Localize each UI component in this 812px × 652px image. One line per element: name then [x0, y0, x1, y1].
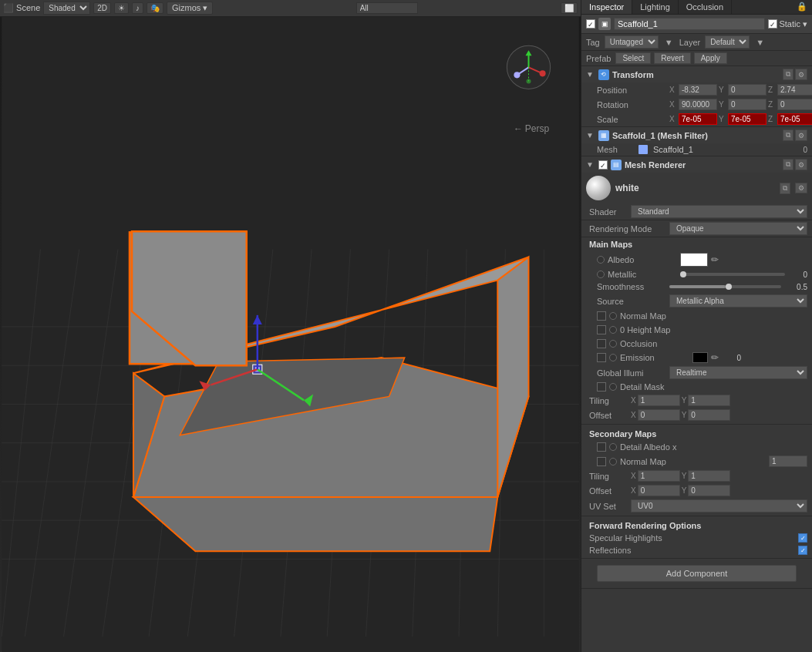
rotation-z[interactable]: [777, 99, 812, 110]
transform-collapse[interactable]: ▼: [586, 70, 594, 79]
position-x[interactable]: [679, 84, 717, 96]
shader-row: Shader Standard: [581, 203, 812, 220]
detail-albedo-row: Detail Albedo x: [581, 440, 812, 454]
occlusion-circle: [609, 340, 617, 348]
mesh-renderer-collapse[interactable]: ▼: [586, 160, 594, 169]
mesh-renderer-gear[interactable]: ⚙: [795, 159, 807, 170]
mesh-renderer-header[interactable]: ▼ ▤ Mesh Renderer ⧉ ⚙: [581, 156, 812, 173]
transform-buttons: ⧉ ⚙: [783, 69, 807, 80]
occlusion-check[interactable]: [597, 339, 606, 348]
normal-map2-check[interactable]: [597, 457, 606, 466]
detail-mask-check[interactable]: [597, 382, 606, 392]
maximize-button[interactable]: ⬜: [561, 2, 578, 14]
transform-component: ▼ ⟲ Transform ⧉ ⚙ Position X Y: [581, 66, 812, 127]
scale-x[interactable]: [679, 113, 717, 125]
tiling2-y[interactable]: [688, 470, 730, 482]
emission-picker[interactable]: ✏: [711, 352, 719, 363]
mesh-filter-gear[interactable]: ⚙: [795, 129, 807, 141]
emission-check[interactable]: [597, 353, 606, 362]
search-input[interactable]: [356, 2, 418, 14]
offset-x[interactable]: [638, 409, 680, 421]
mesh-renderer-copy[interactable]: ⧉: [783, 159, 793, 170]
inspector-panel: Inspector Lighting Occlusion 🔒 ▣ Static …: [581, 0, 812, 652]
emission-swatch[interactable]: [692, 352, 708, 363]
layer-select[interactable]: Default: [705, 35, 750, 49]
object-name-input[interactable]: [614, 18, 765, 30]
rotation-row: Rotation X Y Z: [581, 97, 812, 112]
mesh-ref-num: 0: [803, 146, 807, 154]
reflections-check[interactable]: [798, 546, 807, 555]
audio-button[interactable]: ♪: [132, 2, 143, 14]
mesh-renderer-component: ▼ ▤ Mesh Renderer ⧉ ⚙ white ⧉ ⚙: [581, 156, 812, 589]
normal-map-check[interactable]: [597, 311, 606, 321]
scale-y[interactable]: [728, 113, 767, 125]
tiling-y[interactable]: [688, 395, 730, 406]
normal-map2-value[interactable]: [769, 455, 807, 467]
object-icon: ▣: [598, 18, 611, 30]
transform-copy-button[interactable]: ⧉: [783, 69, 793, 80]
fx-button[interactable]: 🎭: [147, 2, 163, 14]
uv-set-select[interactable]: UV0: [631, 499, 807, 513]
scale-z[interactable]: [777, 113, 812, 125]
add-component-button[interactable]: Add Component: [597, 565, 797, 582]
material-sphere: [586, 176, 611, 200]
svg-point-42: [540, 70, 546, 76]
offset-row: Offset X Y: [581, 408, 812, 422]
prefab-row: Prefab Select Revert Apply: [581, 51, 812, 66]
mesh-filter-header[interactable]: ▼ ▦ Scaffold_1 (Mesh Filter) ⧉ ⚙: [581, 127, 812, 143]
albedo-swatch[interactable]: [680, 253, 708, 267]
rotation-y[interactable]: [728, 99, 767, 110]
height-map-check[interactable]: [597, 325, 606, 334]
metallic-slider-thumb[interactable]: [680, 271, 686, 277]
color-picker-icon[interactable]: ✏: [711, 254, 719, 265]
2d-button[interactable]: 2D: [93, 2, 111, 14]
mesh-filter-buttons: ⧉ ⚙: [783, 129, 807, 141]
prefab-apply-button[interactable]: Apply: [694, 52, 727, 64]
tab-lighting[interactable]: Lighting: [632, 0, 679, 14]
source-select[interactable]: Metallic Alpha: [669, 294, 807, 308]
tiling-x[interactable]: [638, 395, 680, 406]
tag-select[interactable]: Untagged: [605, 35, 659, 49]
lock-icon[interactable]: 🔒: [792, 0, 812, 14]
main-maps-title: Main Maps: [589, 240, 632, 249]
rotation-x[interactable]: [679, 99, 717, 110]
inspector-tabs: Inspector Lighting Occlusion 🔒: [581, 0, 812, 15]
material-gear[interactable]: ⚙: [795, 183, 807, 193]
position-y[interactable]: [728, 84, 767, 96]
prefab-revert-button[interactable]: Revert: [654, 52, 690, 64]
offset2-y[interactable]: [688, 485, 730, 496]
lighting-button[interactable]: ☀: [114, 2, 129, 14]
rendering-mode-select[interactable]: Opaque: [669, 222, 807, 235]
mesh-filter-copy[interactable]: ⧉: [783, 129, 793, 141]
offset2-x[interactable]: [638, 485, 680, 496]
metallic-value: 0: [788, 271, 807, 279]
offset2-xy: X Y: [631, 485, 807, 496]
object-active-checkbox[interactable]: [586, 19, 595, 29]
divider-1: [581, 424, 812, 425]
mesh-filter-collapse[interactable]: ▼: [586, 131, 594, 139]
tiling2-x[interactable]: [638, 470, 680, 482]
specular-check[interactable]: [798, 533, 807, 543]
detail-albedo-check[interactable]: [597, 442, 606, 452]
transform-gear-button[interactable]: ⚙: [795, 69, 807, 80]
offset-y[interactable]: [688, 409, 730, 421]
gizmos-button[interactable]: Gizmos ▾: [167, 2, 213, 15]
scene-viewport[interactable]: ← Persp: [0, 17, 581, 652]
mesh-field: Mesh Scaffold_1 0: [581, 143, 812, 156]
smoothness-slider-thumb[interactable]: [726, 284, 732, 290]
shader-select[interactable]: Standard: [631, 205, 807, 218]
position-z[interactable]: [777, 84, 812, 96]
transform-header[interactable]: ▼ ⟲ Transform ⧉ ⚙: [581, 66, 812, 82]
tab-occlusion[interactable]: Occlusion: [679, 0, 732, 14]
tab-inspector[interactable]: Inspector: [581, 0, 632, 14]
detail-albedo-circle: [609, 443, 617, 451]
mesh-renderer-checkbox[interactable]: [598, 160, 608, 170]
static-checkbox[interactable]: [768, 19, 777, 29]
prefab-select-button[interactable]: Select: [615, 52, 651, 64]
svg-marker-27: [133, 497, 497, 551]
material-copy[interactable]: ⧉: [780, 183, 790, 194]
global-illumi-select[interactable]: Realtime: [669, 366, 807, 379]
shading-dropdown[interactable]: Shaded: [43, 2, 90, 15]
position-row: Position X Y Z: [581, 82, 812, 97]
height-map-row: 0 Height Map: [581, 323, 812, 337]
